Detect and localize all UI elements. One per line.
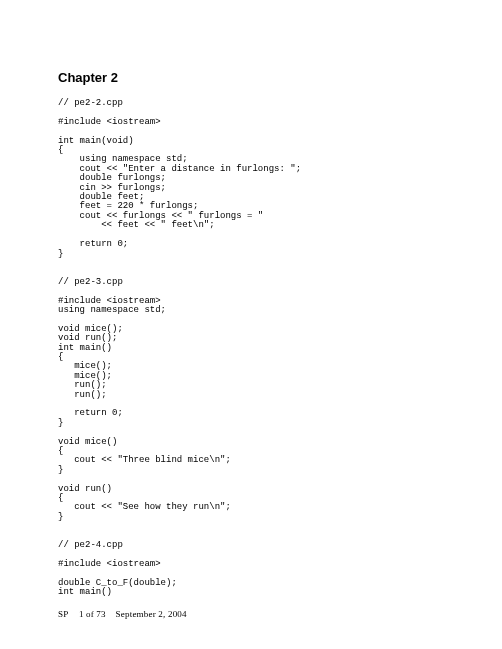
- code-listing: // pe2-2.cpp #include <iostream> int mai…: [58, 99, 444, 598]
- footer-label: SP: [58, 609, 68, 619]
- footer-page-number: 1 of 73: [79, 609, 106, 619]
- page-footer: SP 1 of 73 September 2, 2004: [58, 609, 187, 619]
- document-page: Chapter 2 // pe2-2.cpp #include <iostrea…: [0, 0, 502, 649]
- chapter-title: Chapter 2: [58, 70, 444, 85]
- footer-date: September 2, 2004: [116, 609, 187, 619]
